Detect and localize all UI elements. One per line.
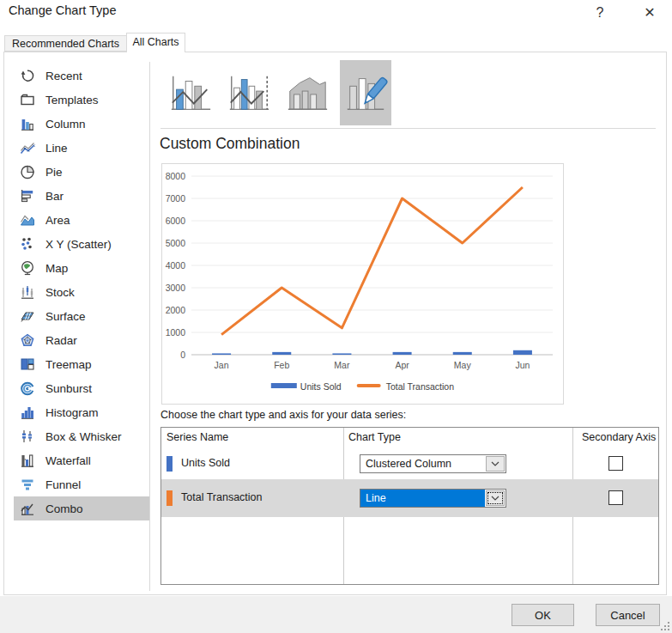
column-chart-icon — [20, 116, 35, 131]
svg-text:May: May — [454, 360, 472, 370]
svg-text:0: 0 — [180, 350, 185, 360]
scatter-chart-icon — [20, 236, 35, 252]
choose-series-label: Choose the chart type and axis for your … — [160, 409, 406, 421]
templates-icon — [20, 92, 35, 107]
sidebar-item-column[interactable]: Column — [14, 112, 149, 136]
chevron-down-icon[interactable] — [486, 490, 505, 506]
chart-type-dropdown-total-transaction[interactable]: Line — [360, 489, 506, 508]
sidebar-item-xy-scatter[interactable]: X Y (Scatter) — [14, 232, 149, 256]
titlebar: Change Chart Type ? ✕ — [0, 0, 672, 31]
treemap-chart-icon — [20, 356, 35, 372]
recent-icon — [20, 68, 35, 83]
close-icon[interactable]: ✕ — [637, 2, 663, 24]
bar-chart-icon — [20, 188, 35, 204]
secondary-axis-checkbox-units-sold[interactable] — [608, 456, 623, 471]
box-whisker-chart-icon — [20, 429, 35, 444]
svg-text:Jun: Jun — [515, 360, 530, 370]
tab-all-charts[interactable]: All Charts — [126, 33, 185, 52]
stock-chart-icon — [20, 284, 35, 300]
dropdown-value: Clustered Column — [360, 455, 485, 472]
svg-text:Jan: Jan — [215, 360, 229, 370]
radar-chart-icon — [20, 332, 35, 348]
combo-type-row — [165, 60, 391, 125]
area-chart-icon — [20, 212, 35, 228]
sidebar-item-combo[interactable]: Combo — [14, 496, 149, 520]
series-table: Series Name Chart Type Secondary Axis Un… — [160, 427, 659, 585]
sidebar-item-box-whisker[interactable]: Box & Whisker — [14, 424, 149, 448]
surface-chart-icon — [20, 308, 35, 324]
combo-type-custom-combination[interactable] — [340, 60, 391, 125]
sidebar-item-area[interactable]: Area — [14, 208, 149, 232]
waterfall-chart-icon — [20, 453, 35, 468]
histogram-chart-icon — [20, 405, 35, 420]
svg-text:2000: 2000 — [166, 305, 186, 315]
sidebar-item-radar[interactable]: Radar — [14, 328, 149, 352]
combo-type-stacked-area-clustered-column[interactable] — [282, 60, 333, 125]
sunburst-chart-icon — [20, 380, 35, 396]
column-header-chart-type: Chart Type — [348, 431, 401, 443]
stacked-area-clustered-column-icon — [284, 70, 330, 116]
dropdown-value: Line — [360, 490, 485, 507]
sidebar-item-histogram[interactable]: Histogram — [14, 400, 149, 424]
svg-text:Apr: Apr — [395, 360, 409, 370]
svg-text:Total Transaction: Total Transaction — [386, 381, 455, 392]
sidebar-item-treemap[interactable]: Treemap — [14, 352, 149, 376]
sidebar-item-sunburst[interactable]: Sunburst — [14, 376, 149, 400]
svg-text:4000: 4000 — [166, 260, 186, 271]
dialog-title: Change Chart Type — [9, 3, 116, 17]
icon-row-separator — [160, 128, 656, 129]
svg-text:5000: 5000 — [166, 238, 186, 248]
ok-button[interactable]: OK — [512, 604, 574, 626]
sidebar-item-pie[interactable]: Pie — [14, 160, 149, 184]
tab-recommended-charts[interactable]: Recommended Charts — [4, 35, 127, 52]
sidebar-item-bar[interactable]: Bar — [14, 184, 149, 208]
svg-text:Units Sold: Units Sold — [300, 381, 342, 392]
svg-text:6000: 6000 — [166, 216, 186, 226]
clustered-column-line-secondary-axis-icon — [226, 70, 272, 116]
sidebar-item-recent[interactable]: Recent — [14, 64, 149, 88]
column-header-secondary-axis: Secondary Axis — [582, 431, 656, 443]
sidebar-item-stock[interactable]: Stock — [14, 280, 149, 304]
svg-text:3000: 3000 — [166, 283, 186, 293]
combo-type-clustered-column-line[interactable] — [165, 60, 216, 125]
svg-text:7000: 7000 — [166, 193, 186, 204]
map-chart-icon — [20, 260, 35, 276]
combo-type-clustered-column-line-secondary-axis[interactable] — [223, 60, 275, 125]
series-swatch — [166, 490, 173, 506]
column-header-series-name: Series Name — [166, 431, 228, 443]
sidebar-item-templates[interactable]: Templates — [14, 88, 149, 112]
resize-grip[interactable] — [661, 622, 670, 631]
pie-chart-icon — [20, 164, 35, 180]
table-row-total-transaction[interactable]: Total Transaction Line — [161, 479, 658, 517]
sidebar-item-surface[interactable]: Surface — [14, 304, 149, 328]
combo-chart-icon — [20, 501, 35, 516]
sidebar-item-map[interactable]: Map — [14, 256, 149, 280]
table-row-units-sold[interactable]: Units Sold Clustered Column — [161, 447, 658, 479]
funnel-chart-icon — [20, 477, 35, 492]
series-swatch — [166, 456, 173, 472]
line-chart-icon — [20, 140, 35, 155]
svg-text:1000: 1000 — [166, 327, 186, 338]
secondary-axis-checkbox-total-transaction[interactable] — [608, 490, 623, 505]
series-name-label: Total Transaction — [181, 491, 263, 503]
sidebar-item-funnel[interactable]: Funnel — [14, 472, 149, 496]
chart-preview-svg: 010002000300040005000600070008000JanFebM… — [162, 164, 563, 404]
sidebar-divider — [149, 62, 150, 591]
chevron-down-icon[interactable] — [486, 456, 505, 472]
svg-text:8000: 8000 — [166, 171, 186, 181]
cancel-button[interactable]: Cancel — [596, 604, 660, 626]
help-icon[interactable]: ? — [587, 2, 613, 24]
custom-combination-icon — [342, 70, 389, 116]
preview-title: Custom Combination — [160, 135, 300, 153]
change-chart-type-dialog: { "window": { "title": "Change Chart Typ… — [0, 0, 672, 633]
chart-type-dropdown-units-sold[interactable]: Clustered Column — [360, 454, 506, 473]
svg-text:Feb: Feb — [274, 360, 289, 370]
series-name-label: Units Sold — [181, 457, 230, 469]
chart-preview-box: 010002000300040005000600070008000JanFebM… — [161, 163, 564, 405]
sidebar-item-line[interactable]: Line — [14, 136, 149, 160]
sidebar-item-waterfall[interactable]: Waterfall — [14, 448, 149, 472]
dialog-footer: OK Cancel — [0, 596, 672, 633]
svg-text:Mar: Mar — [334, 360, 350, 370]
clustered-column-line-icon — [167, 70, 214, 116]
chart-type-sidebar: Recent Templates Column Line Pie Bar Are… — [4, 64, 149, 520]
